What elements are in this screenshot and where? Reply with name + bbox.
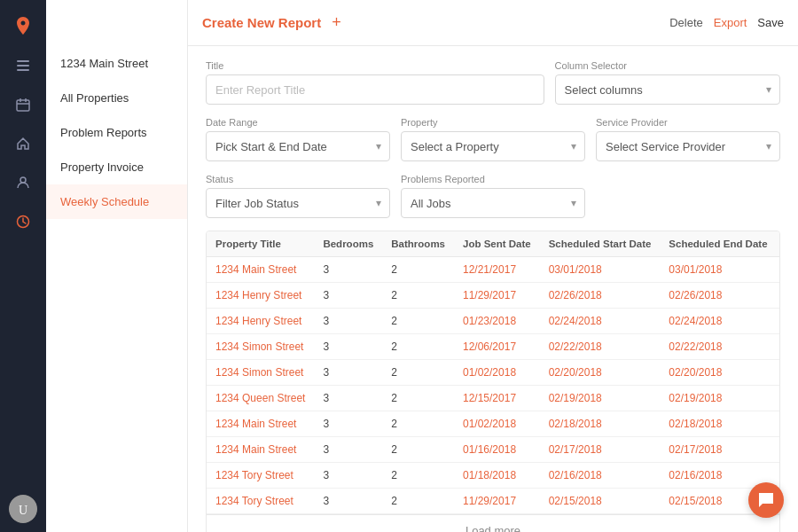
bathrooms-cell: 2 [382,411,454,437]
bathrooms-cell: 2 [382,309,454,334]
table-row: 1234 Main Street 3 2 01/16/2018 02/17/20… [207,437,780,463]
table-row: 1234 Simon Street 3 2 01/02/2018 02/20/2… [207,360,780,386]
scheduled-cell: 10:00 AM - [777,437,780,463]
results-table-container: Property Title Bedrooms Bathrooms Job Se… [206,231,780,532]
sched-start-cell: 02/19/2018 [540,386,661,411]
property-select[interactable]: Select a Property [401,131,585,161]
person-icon[interactable] [5,165,41,200]
sched-start-cell: 02/26/2018 [540,283,661,309]
service-provider-label: Service Provider [596,117,780,128]
nav-item-weekly-schedule[interactable]: Weekly Schedule [46,184,187,219]
bedrooms-cell: 3 [314,411,382,437]
nav-item-all-properties[interactable]: All Properties [46,81,187,115]
user-avatar[interactable] [9,495,37,523]
problems-reported-select[interactable]: All Jobs [401,188,585,218]
svg-point-4 [20,177,26,183]
load-more-button[interactable]: Load more [207,514,779,532]
bathrooms-cell: 2 [382,334,454,360]
scheduled-cell: 12:00 PM - [777,283,780,309]
table-row: 1234 Henry Street 3 2 11/29/2017 02/26/2… [207,283,780,309]
svg-rect-1 [17,65,29,66]
nav-item-property-invoice[interactable]: Property Invoice [46,150,187,184]
sched-start-cell: 02/17/2018 [540,437,661,463]
title-group: Title [206,60,544,105]
job-sent-cell: 12/06/2017 [454,334,540,360]
svg-rect-2 [17,69,29,71]
property-cell[interactable]: 1234 Simon Street [207,360,314,386]
property-label: Property [401,117,585,128]
job-sent-cell: 11/29/2017 [454,489,540,514]
table-row: 1234 Main Street 3 2 12/21/2017 03/01/20… [207,257,780,283]
job-sent-cell: 11/29/2017 [454,283,540,309]
problems-reported-label: Problems Reported [401,174,585,184]
bathrooms-cell: 2 [382,437,454,463]
column-selector-wrapper: Select columns [555,74,780,105]
clock-icon[interactable] [5,204,41,239]
top-bar: Create New Report + Delete Export Save [188,0,798,46]
tasks-icon[interactable] [5,48,41,83]
nav-item-main-street[interactable]: 1234 Main Street [46,46,187,81]
col-header-sched-start: Scheduled Start Date [540,231,661,257]
scheduled-cell: 12:00 PM - [777,334,780,360]
bedrooms-cell: 3 [314,463,382,489]
title-label: Title [206,60,544,71]
chat-bubble-button[interactable] [748,482,784,518]
bedrooms-cell: 3 [314,309,382,334]
date-range-label: Date Range [206,117,390,128]
save-button[interactable]: Save [757,16,784,29]
sched-end-cell: 03/01/2018 [660,257,776,283]
nav-item-problem-reports[interactable]: Problem Reports [46,115,187,150]
form-row-3: Status Filter Job Status Problems Report… [206,174,780,218]
sched-end-cell: 02/18/2018 [660,411,776,437]
service-provider-select[interactable]: Select Service Provider [596,131,780,161]
bedrooms-cell: 3 [314,360,382,386]
scheduled-cell: 12:00 PM - [777,411,780,437]
status-label: Status [206,174,390,184]
date-range-group: Date Range Pick Start & End Date [206,117,390,161]
bathrooms-cell: 2 [382,489,454,514]
property-cell[interactable]: 1234 Henry Street [207,309,314,334]
delete-button[interactable]: Delete [669,16,703,29]
property-cell[interactable]: 1234 Tory Street [207,463,314,489]
property-cell[interactable]: 1234 Simon Street [207,334,314,360]
scheduled-cell: 9:00 AM - [777,463,780,489]
add-report-button[interactable]: + [332,13,341,32]
property-cell[interactable]: 1234 Queen Street [207,386,314,411]
date-range-wrapper: Pick Start & End Date [206,131,390,161]
property-group: Property Select a Property [401,117,585,161]
property-cell[interactable]: 1234 Main Street [207,257,314,283]
status-select[interactable]: Filter Job Status [206,188,390,218]
property-cell[interactable]: 1234 Main Street [207,437,314,463]
map-pin-icon[interactable] [5,9,41,44]
bathrooms-cell: 2 [382,283,454,309]
sched-start-cell: 02/16/2018 [540,463,661,489]
bedrooms-cell: 3 [314,386,382,411]
property-cell[interactable]: 1234 Tory Street [207,489,314,514]
col-header-sched-end: Scheduled End Date [660,231,776,257]
property-wrapper: Select a Property [401,131,585,161]
table-row: 1234 Main Street 3 2 01/02/2018 02/18/20… [207,411,780,437]
property-cell[interactable]: 1234 Main Street [207,411,314,437]
title-input[interactable] [206,74,544,105]
bathrooms-cell: 2 [382,463,454,489]
sched-start-cell: 02/15/2018 [540,489,661,514]
nav-panel: 1234 Main Street All Properties Problem … [46,0,188,532]
property-cell[interactable]: 1234 Henry Street [207,283,314,309]
export-button[interactable]: Export [714,16,747,29]
bathrooms-cell: 2 [382,360,454,386]
column-selector-select[interactable]: Select columns [555,74,780,105]
svg-rect-0 [17,60,29,62]
problems-reported-group: Problems Reported All Jobs [401,174,585,218]
sched-start-cell: 02/20/2018 [540,360,661,386]
calendar-icon[interactable] [5,87,41,122]
sidebar-icon-rail [0,0,46,532]
bathrooms-cell: 2 [382,257,454,283]
column-selector-label: Column Selector [555,60,780,71]
sched-start-cell: 02/18/2018 [540,411,661,437]
page-title: Create New Report [202,15,321,30]
sched-end-cell: 02/19/2018 [660,386,776,411]
sched-end-cell: 02/24/2018 [660,309,776,334]
home-icon[interactable] [5,126,41,161]
bedrooms-cell: 3 [314,334,382,360]
date-range-select[interactable]: Pick Start & End Date [206,131,390,161]
